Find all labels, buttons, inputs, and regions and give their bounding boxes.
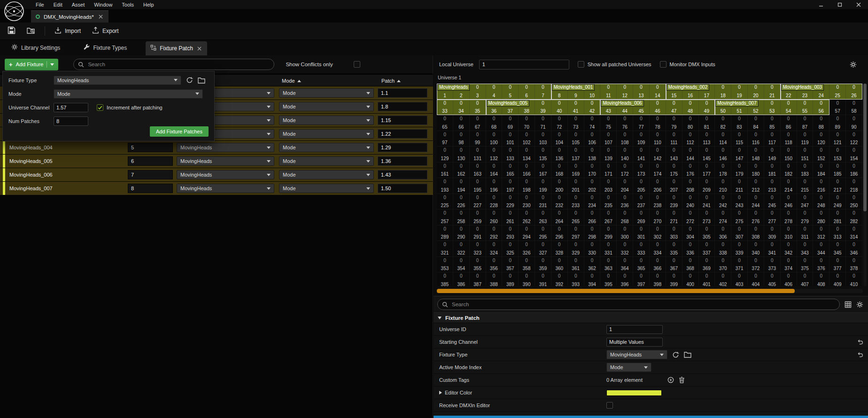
fixture-patch-row[interactable]: MovingHeads_0056MovingHeadsMode1.36: [0, 155, 433, 168]
browse-to-asset-button[interactable]: [25, 25, 37, 38]
save-button[interactable]: [6, 24, 17, 38]
restore-icon[interactable]: [830, 0, 849, 9]
fixture-patch-section-header[interactable]: Fixture Patch: [434, 312, 868, 323]
fixture-patch-row[interactable]: MovingHeads_0045MovingHeadsMode1.29: [0, 141, 433, 154]
add-fixture-patches-button[interactable]: Add Fixture Patches: [150, 126, 209, 137]
gear-icon[interactable]: [850, 61, 857, 68]
dmx-channel-cell: 0186: [846, 163, 862, 178]
browse-asset-icon[interactable]: [198, 77, 205, 84]
fixture-patch-row[interactable]: MovingHeads_0078MovingHeadsMode1.50: [0, 182, 433, 195]
dmx-channel-cell: 0311: [797, 225, 814, 241]
dmx-channel-cell: 0313: [829, 225, 846, 241]
fixture-id-field[interactable]: 5: [128, 143, 173, 152]
receive-dmx-checkbox[interactable]: [606, 402, 613, 409]
tab-fixture-types[interactable]: Fixture Types: [79, 41, 132, 54]
menu-tools[interactable]: Tools: [117, 1, 139, 8]
mode-dropdown[interactable]: Mode: [279, 170, 374, 179]
trash-icon[interactable]: [679, 377, 685, 383]
close-icon[interactable]: [98, 14, 104, 20]
use-selected-asset-icon[interactable]: [672, 351, 679, 358]
fixture-type-dropdown[interactable]: MovingHeads: [177, 184, 274, 193]
expander-right-icon[interactable]: [439, 391, 442, 395]
close-icon[interactable]: [196, 46, 202, 52]
fixture-id-field[interactable]: 6: [128, 156, 173, 166]
menu-help[interactable]: Help: [139, 1, 159, 8]
close-icon[interactable]: [849, 0, 868, 9]
starting-channel-input[interactable]: [606, 338, 663, 347]
fixture-id-field[interactable]: 7: [128, 170, 173, 179]
dmx-channel-cell: 0129: [437, 147, 453, 163]
patch-column-header[interactable]: Patch: [381, 78, 401, 84]
monitor-dmx-checkbox[interactable]: [660, 61, 666, 68]
dmx-channel-cell: 0234: [584, 194, 601, 210]
fixture-patch-row[interactable]: MovingHeads_0067MovingHeadsMode1.43: [0, 168, 433, 181]
show-all-universes-checkbox[interactable]: [578, 61, 584, 68]
add-fixture-button[interactable]: + Add Fixture: [5, 59, 58, 70]
dmx-channel-cell: 0335: [666, 241, 682, 257]
minimize-icon[interactable]: [812, 0, 830, 9]
add-element-icon[interactable]: [667, 377, 674, 383]
patched-fixture-group[interactable]: MovingHeads_0010809010011012013014: [551, 84, 666, 100]
universe-channel-input[interactable]: [54, 103, 88, 112]
mode-dropdown[interactable]: Mode: [279, 88, 374, 98]
dmx-channel-cell: 0151: [797, 147, 814, 163]
search-input[interactable]: [437, 299, 840, 310]
asset-toolbar: Import Export: [0, 23, 868, 40]
mode-dropdown[interactable]: Mode: [279, 156, 374, 166]
vertical-scrollbar-thumb[interactable]: [863, 84, 867, 211]
fixture-type-dropdown[interactable]: MovingHeads: [177, 143, 274, 152]
use-selected-asset-icon[interactable]: [186, 77, 193, 84]
tab-fixture-patch[interactable]: Fixture Patch: [146, 41, 207, 55]
dmx-channel-cell: 0146: [715, 147, 731, 163]
dmx-channel-cell: 0161: [437, 163, 453, 178]
asset-tab-dmx-movingheads[interactable]: DMX_MovingHeads*: [31, 10, 108, 23]
mode-column-header[interactable]: Mode: [282, 78, 301, 84]
tab-library-settings[interactable]: Library Settings: [7, 41, 65, 54]
fixture-type-dropdown[interactable]: MovingHeads: [54, 76, 181, 85]
patched-fixture-group[interactable]: MovingHeads_007050051052053054055056: [715, 100, 829, 116]
mode-dropdown[interactable]: Mode: [279, 102, 374, 111]
dmx-channel-cell: 084: [748, 115, 764, 131]
table-view-icon[interactable]: [845, 301, 852, 308]
num-patches-input[interactable]: [54, 116, 88, 126]
patched-fixture-group[interactable]: 033034035: [437, 100, 486, 116]
patched-fixture-group[interactable]: MovingHeads_005036037038039040041042: [486, 100, 601, 116]
menu-file[interactable]: File: [31, 1, 49, 8]
chevron-down-icon: [267, 119, 271, 122]
export-button[interactable]: Export: [90, 25, 121, 37]
reset-to-default-icon[interactable]: [857, 339, 863, 345]
menu-window[interactable]: Window: [89, 1, 117, 8]
active-mode-dropdown[interactable]: Mode: [606, 363, 651, 372]
menu-edit[interactable]: Edit: [49, 1, 67, 8]
fixture-type-dropdown[interactable]: MovingHeads: [177, 156, 274, 166]
search-icon: [442, 301, 448, 310]
mode-dropdown[interactable]: Mode: [279, 129, 374, 139]
mode-dropdown[interactable]: Mode: [279, 143, 374, 152]
editor-color-swatch[interactable]: [606, 390, 662, 396]
fixture-id-field[interactable]: 8: [128, 184, 173, 193]
increment-checkbox[interactable]: [97, 104, 103, 111]
search-input[interactable]: [73, 59, 274, 70]
local-universe-input[interactable]: [479, 60, 569, 70]
patched-fixture-group[interactable]: MovingHeads01020304050607: [437, 84, 551, 100]
browse-asset-icon[interactable]: [684, 351, 691, 358]
dmx-channel-cell: 0360: [551, 257, 568, 273]
import-button[interactable]: Import: [53, 25, 83, 37]
gear-icon[interactable]: [856, 301, 863, 308]
dmx-channel-cell: 0136: [551, 147, 568, 163]
reset-to-default-icon[interactable]: [857, 352, 863, 358]
show-conflicts-checkbox[interactable]: [354, 61, 360, 68]
horizontal-scrollbar-thumb[interactable]: [437, 289, 795, 293]
mode-dropdown[interactable]: Mode: [54, 89, 203, 99]
patched-fixture-group[interactable]: MovingHeads_006043044045046047048049: [600, 100, 715, 116]
menu-asset[interactable]: Asset: [67, 1, 90, 8]
mode-dropdown[interactable]: Mode: [279, 116, 374, 125]
patched-fixture-group[interactable]: MovingHeads_002015016017018019020021: [666, 84, 781, 100]
grid-row: 0257025802590260026102620263026402650266…: [437, 209, 863, 225]
mode-dropdown[interactable]: Mode: [279, 184, 374, 193]
universe-id-input[interactable]: [606, 325, 663, 334]
fixture-type-dropdown[interactable]: MovingHeads: [606, 350, 667, 359]
patched-fixture-group[interactable]: MovingHeads_003022023024025026: [781, 84, 862, 100]
fixture-type-dropdown[interactable]: MovingHeads: [177, 170, 274, 179]
dmx-channel-cell: 0198: [519, 178, 535, 194]
